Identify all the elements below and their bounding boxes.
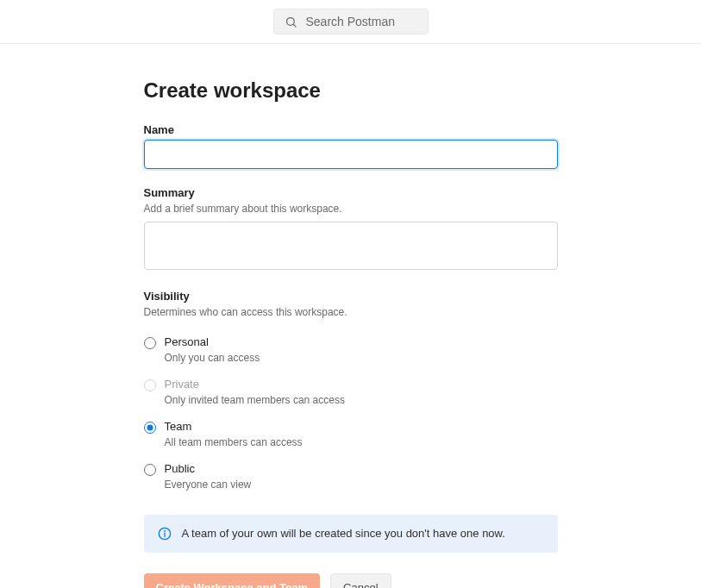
visibility-radio-list: Personal Only you can access Private Onl… — [144, 328, 558, 497]
radio-icon — [144, 337, 156, 349]
create-button[interactable]: Create Workspace and Team — [144, 573, 321, 588]
radio-title: Private — [165, 378, 345, 392]
radio-icon — [144, 422, 156, 434]
info-banner: A team of your own will be created since… — [144, 515, 558, 553]
summary-field-group: Summary Add a brief summary about this w… — [144, 186, 558, 272]
radio-content: Personal Only you can access — [165, 335, 260, 364]
summary-label: Summary — [144, 186, 558, 199]
search-placeholder: Search Postman — [306, 15, 396, 28]
visibility-option-personal[interactable]: Personal Only you can access — [144, 328, 558, 371]
summary-helper: Add a brief summary about this workspace… — [144, 203, 558, 215]
search-icon — [285, 16, 297, 28]
app-header: Search Postman — [0, 0, 701, 44]
radio-content: Team All team members can access — [165, 420, 303, 448]
button-row: Create Workspace and Team Cancel — [144, 573, 558, 588]
name-input[interactable] — [144, 140, 558, 169]
radio-content: Public Everyone can view — [165, 462, 252, 491]
radio-icon — [144, 464, 156, 476]
name-field-group: Name — [144, 123, 558, 169]
visibility-option-team[interactable]: Team All team members can access — [144, 413, 558, 455]
radio-desc: Only invited team members can access — [165, 394, 345, 406]
svg-line-1 — [293, 24, 296, 27]
radio-title: Personal — [165, 335, 260, 350]
visibility-field-group: Visibility Determines who can access thi… — [144, 290, 558, 497]
radio-desc: Everyone can view — [165, 479, 252, 491]
radio-desc: Only you can access — [165, 352, 260, 364]
visibility-option-public[interactable]: Public Everyone can view — [144, 455, 558, 497]
summary-input[interactable] — [144, 222, 558, 270]
name-label: Name — [144, 123, 558, 136]
info-icon — [158, 527, 172, 541]
main-content: Create workspace Name Summary Add a brie… — [144, 78, 558, 588]
radio-content: Private Only invited team members can ac… — [165, 378, 345, 406]
visibility-helper: Determines who can access this workspace… — [144, 306, 558, 318]
visibility-label: Visibility — [144, 290, 558, 303]
cancel-button[interactable]: Cancel — [330, 573, 391, 588]
banner-text: A team of your own will be created since… — [182, 527, 505, 540]
visibility-option-private: Private Only invited team members can ac… — [144, 371, 558, 413]
page-title: Create workspace — [144, 78, 558, 103]
radio-title: Team — [165, 420, 303, 435]
radio-icon — [144, 379, 156, 391]
radio-title: Public — [165, 462, 252, 477]
radio-desc: All team members can access — [165, 436, 303, 448]
svg-point-4 — [164, 530, 165, 531]
search-input[interactable]: Search Postman — [273, 9, 429, 34]
